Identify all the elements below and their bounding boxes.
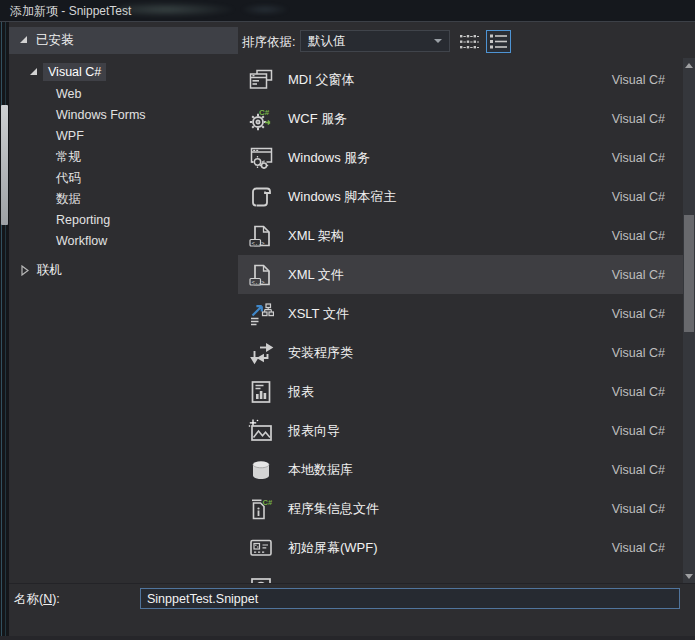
template-list-item[interactable]: XSLT 文件Visual C# <box>238 294 683 333</box>
template-language: Visual C# <box>612 112 665 126</box>
background-scrollbar-thumb <box>1 105 8 225</box>
template-language: Visual C# <box>612 424 665 438</box>
sidebar-section-online[interactable]: 联机 <box>9 260 238 281</box>
template-language: Visual C# <box>612 268 665 282</box>
title-bar: 添加新项 - SnippetTest <box>0 0 695 22</box>
template-language: Visual C# <box>612 151 665 165</box>
template-name: 安装程序类 <box>288 344 353 362</box>
template-list-item[interactable] <box>238 567 683 583</box>
template-list-item[interactable]: 报表Visual C# <box>238 372 683 411</box>
wcf-service-icon: C# <box>248 106 274 132</box>
template-name: WCF 服务 <box>288 110 347 128</box>
list-view-icon <box>489 33 508 50</box>
scrollbar-thumb[interactable] <box>684 215 694 332</box>
sidebar-item-web[interactable]: Web <box>9 84 238 105</box>
template-list-item[interactable]: MDI 父窗体Visual C# <box>238 60 683 99</box>
installer-class-icon <box>248 340 274 366</box>
template-language: Visual C# <box>612 346 665 360</box>
svg-text:<..>: <..> <box>251 239 265 245</box>
assembly-info-icon: C# <box>248 496 274 522</box>
mdi-parent-window-icon <box>248 67 274 93</box>
report-icon <box>248 379 274 405</box>
footer-panel: 名称(N): <box>9 583 695 640</box>
sidebar-item-windows-forms[interactable]: Windows Forms <box>9 105 238 126</box>
template-language: Visual C# <box>612 229 665 243</box>
xml-file-icon: <..> <box>248 262 274 288</box>
partial-item-icon <box>248 574 274 584</box>
template-name: 程序集信息文件 <box>288 500 379 518</box>
sort-by-dropdown[interactable]: 默认值 <box>300 30 450 52</box>
sidebar-item-label: Visual C# <box>43 63 106 81</box>
template-name: 本地数据库 <box>288 461 353 479</box>
template-language: Visual C# <box>612 190 665 204</box>
template-list-item[interactable]: C#WCF 服务Visual C# <box>238 99 683 138</box>
sidebar-item-reporting[interactable]: Reporting <box>9 210 238 231</box>
scrollbar-up-button[interactable] <box>683 58 695 72</box>
window-bottom-edge <box>0 636 695 640</box>
template-name: Windows 服务 <box>288 149 370 167</box>
svg-text:<..>: <..> <box>251 278 265 284</box>
list-scrollbar[interactable] <box>683 58 695 583</box>
template-list-item[interactable]: <..>XML 文件Visual C# <box>238 255 683 294</box>
template-list-item[interactable]: C#程序集信息文件Visual C# <box>238 489 683 528</box>
template-list-item[interactable]: 本地数据库Visual C# <box>238 450 683 489</box>
template-language: Visual C# <box>612 385 665 399</box>
template-name: 报表 <box>288 383 314 401</box>
template-list-item[interactable]: Windows 脚本宿主Visual C# <box>238 177 683 216</box>
name-input[interactable] <box>140 588 680 609</box>
xslt-file-icon <box>248 301 274 327</box>
name-field-label: 名称(N): <box>14 591 60 608</box>
sort-by-value: 默认值 <box>301 33 434 50</box>
svg-text:C#: C# <box>259 108 270 117</box>
template-language: Visual C# <box>612 463 665 477</box>
svg-text:C#: C# <box>263 497 273 506</box>
chevron-collapsed-icon <box>21 265 29 276</box>
template-list-item[interactable]: Windows 服务Visual C# <box>238 138 683 177</box>
report-wizard-icon <box>248 418 274 444</box>
template-language: Visual C# <box>612 541 665 555</box>
window-title: 添加新项 - SnippetTest <box>10 3 131 20</box>
sidebar-item-常规[interactable]: 常规 <box>9 147 238 168</box>
template-name: XML 架构 <box>288 227 344 245</box>
template-name: 初始屏幕(WPF) <box>288 539 378 557</box>
template-language: Visual C# <box>612 307 665 321</box>
scrollbar-down-button[interactable] <box>683 569 695 583</box>
chevron-down-icon <box>434 39 442 43</box>
online-label: 联机 <box>37 262 62 279</box>
template-language: Visual C# <box>612 73 665 87</box>
small-icons-view-button[interactable] <box>460 33 479 51</box>
chevron-expanded-icon <box>30 68 37 75</box>
sidebar-item-visual-csharp[interactable]: Visual C# <box>9 62 238 82</box>
template-name: XML 文件 <box>288 266 344 284</box>
installed-label: 已安装 <box>36 32 74 49</box>
template-name: 报表向导 <box>288 422 340 440</box>
xml-schema-icon: <..> <box>248 223 274 249</box>
arrow-up-icon <box>685 63 693 68</box>
sidebar-item-wpf[interactable]: WPF <box>9 126 238 147</box>
template-name: MDI 父窗体 <box>288 71 354 89</box>
dialog-body: 已安装 Visual C# WebWindows FormsWPF常规代码数据R… <box>0 22 695 640</box>
screen-artifact <box>240 4 290 15</box>
background-window-edge <box>0 22 9 640</box>
sort-by-label: 排序依据: <box>242 34 295 51</box>
template-list: MDI 父窗体Visual C#C#WCF 服务Visual C#Windows… <box>238 58 683 583</box>
sidebar-item-代码[interactable]: 代码 <box>9 168 238 189</box>
arrow-down-icon <box>685 574 693 579</box>
screen-artifact <box>118 2 238 17</box>
template-language: Visual C# <box>612 502 665 516</box>
sidebar-tree: WebWindows FormsWPF常规代码数据ReportingWorkfl… <box>9 84 238 252</box>
small-icons-view-icon <box>460 33 479 51</box>
template-list-item[interactable]: 报表向导Visual C# <box>238 411 683 450</box>
sidebar-item-workflow[interactable]: Workflow <box>9 231 238 252</box>
sidebar-section-installed[interactable]: 已安装 <box>9 27 238 54</box>
splash-screen-wpf-icon <box>248 535 274 561</box>
list-view-button[interactable] <box>486 30 511 53</box>
template-list-item[interactable]: 初始屏幕(WPF)Visual C# <box>238 528 683 567</box>
chevron-expanded-icon <box>20 36 27 43</box>
template-list-item[interactable]: <..>XML 架构Visual C# <box>238 216 683 255</box>
template-list-item[interactable]: 安装程序类Visual C# <box>238 333 683 372</box>
windows-script-host-icon <box>248 184 274 210</box>
sidebar-item-数据[interactable]: 数据 <box>9 189 238 210</box>
template-name: Windows 脚本宿主 <box>288 188 396 206</box>
template-name: XSLT 文件 <box>288 305 349 323</box>
